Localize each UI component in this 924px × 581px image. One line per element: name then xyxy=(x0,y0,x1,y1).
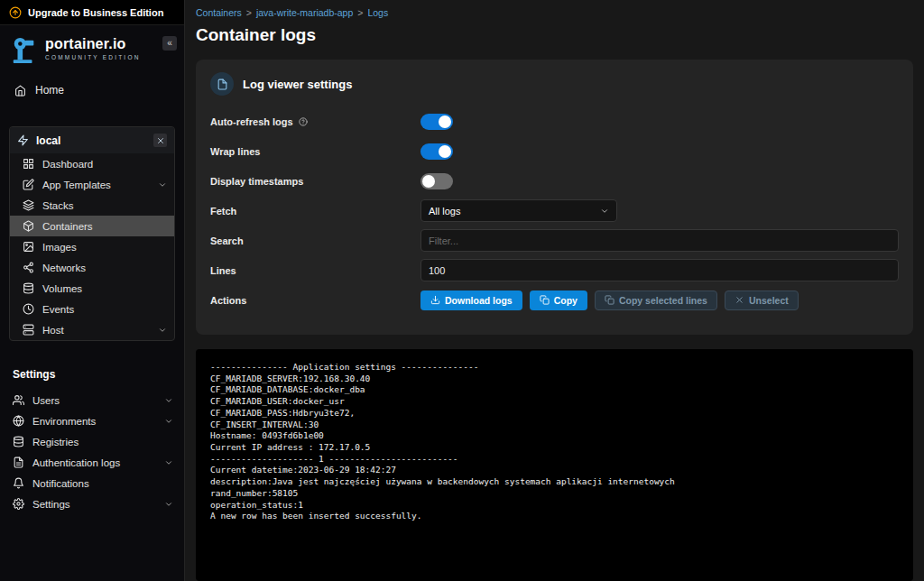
copy-icon xyxy=(540,295,550,305)
lines-row: Lines xyxy=(210,259,899,281)
environment-close-button[interactable] xyxy=(153,134,167,147)
timestamps-label: Display timestamps xyxy=(210,176,420,187)
copy-button[interactable]: Copy xyxy=(530,290,587,310)
sidebar-item-users[interactable]: Users xyxy=(0,390,184,410)
chevron-down-icon xyxy=(164,500,173,509)
lines-label: Lines xyxy=(210,265,420,276)
log-line[interactable]: CF_MARIADB_PASS:Hdbryu3te72, xyxy=(210,408,899,420)
log-line[interactable]: CF_MARIADB_USER:docker_usr xyxy=(210,396,899,408)
share-icon xyxy=(23,262,34,273)
file-icon xyxy=(210,72,234,96)
sidebar-item-events[interactable]: Events xyxy=(10,299,174,319)
breadcrumb-separator: > xyxy=(357,7,363,18)
search-input[interactable] xyxy=(420,229,899,252)
sidebar-item-host[interactable]: Host xyxy=(10,319,174,340)
globe-icon xyxy=(13,415,24,427)
search-row: Search xyxy=(210,229,899,252)
log-line[interactable]: CF_INSERT_INTERVAL:30 xyxy=(210,420,899,431)
upgrade-banner[interactable]: Upgrade to Business Edition xyxy=(0,0,184,25)
sidebar-item-dashboard[interactable]: Dashboard xyxy=(10,153,174,174)
auto-refresh-label: Auto-refresh logs xyxy=(210,116,420,127)
log-line[interactable]: description:Java jest najczęściej używan… xyxy=(210,476,899,488)
sidebar-item-label: Events xyxy=(42,304,74,315)
brand-edition: COMMUNITY EDITION xyxy=(45,54,141,60)
log-line[interactable]: Current datetime:2023-06-29 18:42:27 xyxy=(210,465,899,476)
server-icon xyxy=(23,324,34,336)
edit-icon xyxy=(23,179,34,190)
lines-input[interactable] xyxy=(420,259,899,281)
breadcrumb-container-name[interactable]: java-write-mariadb-app xyxy=(256,7,353,18)
help-circle-icon[interactable] xyxy=(299,117,308,126)
log-line[interactable]: Hostname: 0493fd6b1e00 xyxy=(210,430,899,442)
search-label: Search xyxy=(210,235,420,246)
sidebar-item-environments[interactable]: Environments xyxy=(0,410,184,431)
sidebar-item-label: Users xyxy=(32,395,60,406)
sidebar-item-registries[interactable]: Registries xyxy=(0,431,184,452)
copy-icon xyxy=(605,295,614,305)
breadcrumb-logs[interactable]: Logs xyxy=(367,7,388,18)
environment-panel: local Dashboard App Templates Stacks Con… xyxy=(9,126,175,341)
chevron-down-icon xyxy=(600,207,609,216)
log-line[interactable]: -------------------- 1 -----------------… xyxy=(210,454,899,466)
sidebar-item-notifications[interactable]: Notifications xyxy=(0,473,184,493)
breadcrumb: Containers>java-write-mariadb-app>Logs xyxy=(196,0,913,18)
wrap-lines-toggle[interactable] xyxy=(420,143,453,160)
sidebar-item-volumes[interactable]: Volumes xyxy=(10,278,174,299)
sidebar-item-label: Authentication logs xyxy=(32,457,120,468)
timestamps-toggle[interactable] xyxy=(420,173,453,189)
fetch-select[interactable]: All logs xyxy=(420,199,617,222)
auto-refresh-toggle[interactable] xyxy=(420,114,453,130)
sidebar-item-networks[interactable]: Networks xyxy=(10,257,174,278)
copy-selected-lines-button[interactable]: Copy selected lines xyxy=(595,290,717,310)
log-console: --------------- Application settings ---… xyxy=(196,349,913,581)
sidebar-item-app-templates[interactable]: App Templates xyxy=(10,174,174,195)
users-icon xyxy=(13,394,24,406)
settings-nav: Users Environments Registries Authentica… xyxy=(0,390,184,514)
log-line[interactable]: --------------- Application settings ---… xyxy=(210,362,899,374)
close-icon xyxy=(156,136,165,145)
log-line[interactable]: operation_status:1 xyxy=(210,500,899,512)
sidebar-item-authentication-logs[interactable]: Authentication logs xyxy=(0,452,184,473)
home-label: Home xyxy=(35,84,64,97)
chevron-down-icon xyxy=(164,458,173,467)
log-line[interactable]: CF_MARIADB_DATABASE:docker_dba xyxy=(210,384,899,396)
sidebar-item-containers[interactable]: Containers xyxy=(10,216,174,236)
sidebar-item-label: Settings xyxy=(32,499,70,510)
sidebar-item-label: Stacks xyxy=(42,200,74,211)
layers-icon xyxy=(23,199,34,211)
database-icon xyxy=(13,436,24,447)
log-line[interactable]: CF_MARIADB_SERVER:192.168.30.40 xyxy=(210,374,899,385)
log-line[interactable]: Current IP address : 172.17.0.5 xyxy=(210,442,899,454)
upgrade-label: Upgrade to Business Edition xyxy=(28,7,163,18)
gear-icon xyxy=(13,498,24,510)
chevron-down-icon xyxy=(158,326,167,335)
settings-section-header: Settings xyxy=(0,368,184,381)
sidebar-item-images[interactable]: Images xyxy=(10,236,174,257)
brand: portainer.io COMMUNITY EDITION « xyxy=(0,25,184,69)
breadcrumb-containers[interactable]: Containers xyxy=(196,7,242,18)
clock-icon xyxy=(23,303,34,315)
auto-refresh-row: Auto-refresh logs xyxy=(210,110,899,133)
portainer-logo xyxy=(11,36,38,65)
environment-header[interactable]: local xyxy=(10,127,174,153)
close-icon xyxy=(735,295,744,305)
sidebar-item-label: Containers xyxy=(42,221,93,232)
grid-icon xyxy=(23,158,34,170)
sidebar-item-home[interactable]: Home xyxy=(0,78,184,103)
sidebar-collapse-button[interactable]: « xyxy=(162,36,177,51)
unselect-button[interactable]: Unselect xyxy=(725,290,799,310)
sidebar-item-settings[interactable]: Settings xyxy=(0,493,184,514)
fetch-selected-value: All logs xyxy=(429,206,460,217)
log-line[interactable]: rand_number:58105 xyxy=(210,488,899,500)
sidebar-item-label: Registries xyxy=(32,437,79,447)
log-line[interactable]: A new row has been inserted successfully… xyxy=(210,511,899,522)
sidebar-item-stacks[interactable]: Stacks xyxy=(10,195,174,216)
page-title: Container logs xyxy=(196,25,913,45)
home-icon xyxy=(14,85,26,97)
environment-name: local xyxy=(36,134,60,147)
download-logs-button[interactable]: Download logs xyxy=(420,290,522,310)
actions-label: Actions xyxy=(210,295,420,306)
box-icon xyxy=(23,220,34,232)
chevron-down-icon xyxy=(164,417,173,426)
download-icon xyxy=(430,295,440,305)
